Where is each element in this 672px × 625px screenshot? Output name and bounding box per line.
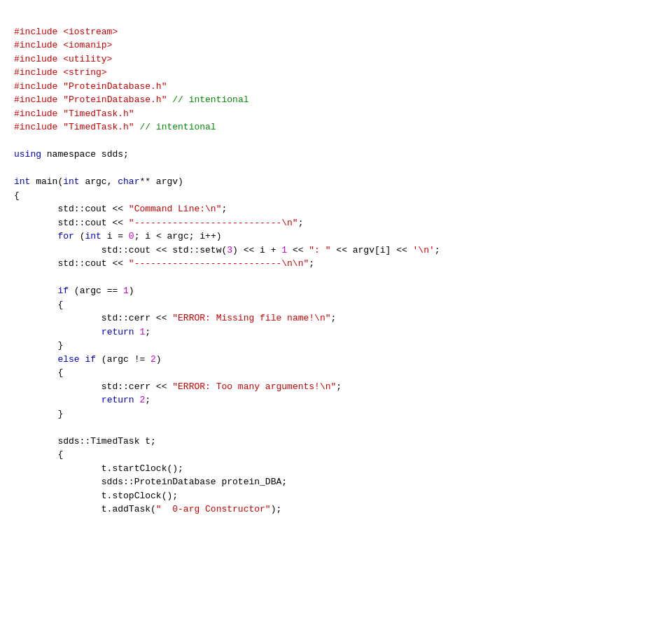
line-13: { <box>14 190 20 201</box>
line-34: sdds::ProteinDatabase protein_DBA; <box>14 477 287 487</box>
line-22: std::cerr << "ERROR: Missing file name!\… <box>14 313 336 323</box>
line-17: std::cout << std::setw(3) << i + 1 << ":… <box>14 245 440 255</box>
line-7: #include "TimedTask.h" <box>14 108 134 119</box>
code-container: #include <iostream> #include <iomanip> #… <box>14 11 658 517</box>
line-31: sdds::TimedTask t; <box>14 436 156 447</box>
line-26: { <box>14 367 63 378</box>
line-36: t.addTask(" 0-arg Constructor"); <box>14 504 281 514</box>
line-18: std::cout << "--------------------------… <box>14 258 314 269</box>
line-12-type: int <box>14 176 30 187</box>
line-4: #include <string> <box>14 67 107 78</box>
line-15: std::cout << "--------------------------… <box>14 218 303 228</box>
line-3: #include <utility> <box>14 54 112 64</box>
line-14: std::cout << "Command Line:\n"; <box>14 204 227 214</box>
line-2: #include <iomanip> <box>14 40 112 50</box>
line-8: #include "TimedTask.h" // intentional <box>14 122 216 132</box>
line-1: #include <iostream> <box>14 27 118 37</box>
line-33: t.startClock(); <box>14 463 183 474</box>
line-23: return 1; <box>14 327 150 337</box>
line-10: using <box>14 149 41 160</box>
line-5: #include "ProteinDatabase.h" <box>14 81 167 92</box>
line-32: { <box>14 449 63 460</box>
line-16: for (int i = 0; i < argc; i++) <box>14 231 222 241</box>
line-25: else if (argc != 2) <box>14 354 162 365</box>
line-35: t.stopClock(); <box>14 491 178 501</box>
line-29: } <box>14 409 63 419</box>
line-28: return 2; <box>14 395 150 405</box>
line-6: #include "ProteinDatabase.h" // intentio… <box>14 94 248 105</box>
line-20: if (argc == 1) <box>14 286 134 296</box>
line-21: { <box>14 300 63 310</box>
line-24: } <box>14 340 63 351</box>
line-27: std::cerr << "ERROR: Too many arguments!… <box>14 381 342 392</box>
